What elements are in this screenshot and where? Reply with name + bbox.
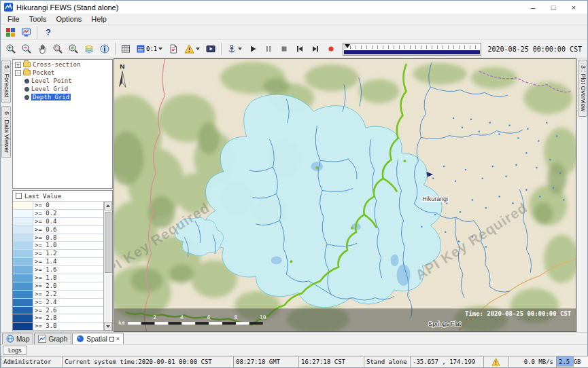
close-tab-icon[interactable]: × — [116, 337, 120, 342]
tab-forecast[interactable]: 5 : Forecast — [1, 60, 11, 103]
legend-label: >= 2.0 — [33, 282, 103, 290]
info-button[interactable] — [97, 41, 112, 56]
legend-swatch — [13, 202, 33, 209]
collapse-icon[interactable]: - — [15, 70, 21, 76]
legend-label: >= 0.2 — [33, 210, 103, 217]
legend-checkbox-label: Last Value — [24, 193, 61, 200]
legend-scrollbar[interactable] — [103, 202, 112, 331]
zoom-out-button[interactable] — [19, 41, 34, 56]
pan-button[interactable] — [35, 41, 50, 56]
warning-filter-button[interactable] — [181, 41, 203, 56]
legend-label: >= 0 — [33, 202, 103, 209]
chart-icon — [38, 335, 46, 343]
play-icon — [247, 43, 258, 54]
legend-swatch — [13, 291, 33, 298]
zoom-box-icon — [52, 43, 63, 54]
folder-icon — [23, 62, 31, 67]
tab-spatial[interactable]: Spatial × — [72, 333, 124, 344]
tree-item-label: Level Point — [31, 77, 72, 84]
menu-help[interactable]: Help — [86, 14, 111, 24]
logs-button[interactable]: Logs — [3, 346, 27, 355]
main-area: 5 : Forecast 6 : Data Viewer + Cross-sec… — [1, 58, 587, 332]
layer-node-icon — [24, 95, 29, 100]
legend-label: >= 1.4 — [33, 258, 103, 265]
record-button[interactable] — [324, 41, 339, 56]
maximize-button[interactable]: □ — [543, 1, 564, 13]
globe-icon — [6, 335, 14, 343]
layer-tree: + Cross-section - Pocket Level Point — [12, 59, 113, 189]
vertical-profile-button[interactable] — [224, 41, 245, 56]
zoom-box-button[interactable] — [50, 41, 65, 56]
menu-tools[interactable]: Tools — [24, 14, 52, 24]
timeline-position-marker[interactable] — [345, 44, 350, 48]
status-warning[interactable] — [483, 356, 508, 367]
legend-swatch — [13, 242, 33, 249]
tab-graph[interactable]: Graph — [34, 333, 71, 344]
map-viewport[interactable]: Hikurangi API Key Required API Key Requi… — [114, 58, 576, 332]
zoom-extent-button[interactable] — [66, 41, 81, 56]
legend-swatch — [13, 323, 33, 330]
status-memory: 2.5 GB — [556, 356, 588, 367]
minimize-button[interactable]: – — [523, 1, 543, 13]
legend-header: Last Value — [13, 191, 112, 202]
tree-item-cross-section[interactable]: + Cross-section — [13, 60, 112, 69]
interval-selector[interactable]: 0:1 — [134, 41, 165, 56]
timeline-ticks — [345, 45, 479, 49]
movie-icon — [205, 43, 216, 54]
profile-document-button[interactable] — [166, 41, 181, 56]
explorer-button[interactable] — [3, 26, 17, 39]
menu-file[interactable]: File — [3, 14, 24, 24]
app-window: Hikurangi FEWS (Stand alone) – □ × File … — [0, 0, 588, 368]
legend-swatch — [13, 226, 33, 234]
legend-entry: >= 2.8 — [13, 314, 103, 323]
timeline-slider[interactable] — [343, 43, 481, 56]
tab-label: Map — [16, 335, 29, 343]
grid-display-button[interactable] — [118, 41, 133, 56]
folder-icon — [23, 70, 31, 75]
displays-button[interactable] — [19, 26, 33, 39]
menu-options[interactable]: Options — [51, 14, 86, 24]
tree-item-pocket[interactable]: - Pocket — [13, 69, 112, 77]
pause-button[interactable] — [261, 41, 276, 56]
status-download-rate: 0.0 MB/s — [508, 356, 556, 367]
expand-icon[interactable]: + — [15, 62, 21, 68]
left-tab-strip: 5 : Forecast 6 : Data Viewer — [1, 58, 12, 332]
scale-unit: km — [118, 320, 125, 326]
help-button[interactable]: ? — [41, 26, 55, 39]
tree-item-level-point[interactable]: Level Point — [13, 77, 112, 85]
skip-start-button[interactable] — [292, 41, 307, 56]
tab-data-viewer[interactable]: 6 : Data Viewer — [1, 106, 11, 158]
close-button[interactable]: × — [564, 1, 584, 13]
chevron-down-icon — [196, 48, 200, 50]
tab-plot-overview[interactable]: 3 : Plot Overview — [578, 60, 587, 117]
legend-label: >= 2.4 — [33, 299, 103, 306]
data-panel: + Cross-section - Pocket Level Point — [12, 58, 114, 332]
menu-bar: File Tools Options Help — [1, 14, 587, 25]
movie-export-button[interactable] — [203, 41, 218, 56]
last-value-checkbox[interactable] — [16, 193, 22, 199]
scrollbar-thumb[interactable] — [105, 212, 111, 273]
help-icon: ? — [46, 27, 51, 37]
legend-swatch — [13, 307, 33, 314]
tab-map[interactable]: Map — [2, 333, 33, 344]
float-window-icon[interactable] — [109, 337, 114, 342]
scroll-down-icon[interactable] — [104, 322, 112, 331]
tree-item-label: Level Grid — [31, 86, 68, 92]
layers-icon — [84, 43, 94, 54]
skip-start-icon — [294, 43, 305, 54]
scroll-up-icon[interactable] — [104, 202, 112, 210]
warning-icon — [184, 44, 194, 54]
tree-item-depth-grid[interactable]: Depth Grid — [13, 93, 112, 101]
map-toolbar: 0:1 2020-08-25 00:00:00 CST — [1, 40, 587, 58]
layers-button[interactable] — [82, 41, 97, 56]
right-tab-strip: 3 : Plot Overview — [576, 58, 587, 332]
legend-swatch — [13, 299, 33, 306]
stop-button[interactable] — [277, 41, 292, 56]
play-button[interactable] — [245, 41, 260, 56]
scale-tick: 8 — [235, 314, 238, 320]
zoom-in-button[interactable] — [3, 41, 18, 56]
scale-tick: 6 — [207, 314, 211, 320]
legend-swatch — [13, 266, 33, 274]
tree-item-level-grid[interactable]: Level Grid — [13, 85, 112, 93]
skip-end-button[interactable] — [308, 41, 323, 56]
